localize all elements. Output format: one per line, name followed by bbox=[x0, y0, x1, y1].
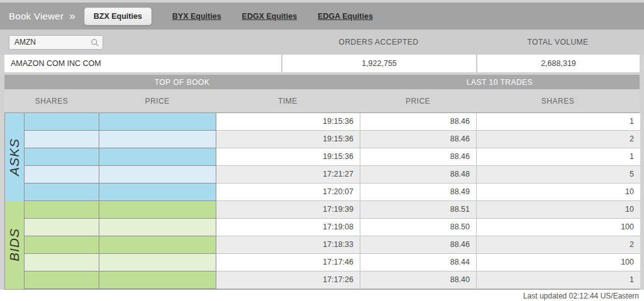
trade-time: 17:19:39 bbox=[216, 201, 360, 219]
trade-price: 88.48 bbox=[360, 166, 477, 183]
col-header-trade-price: PRICE bbox=[360, 89, 476, 112]
ask-shares-cell bbox=[25, 113, 99, 131]
asks-label-text: ASKS bbox=[7, 138, 22, 176]
trade-time: 17:18:33 bbox=[216, 236, 360, 254]
ask-shares-cell bbox=[25, 148, 99, 166]
trade-time: 17:17:26 bbox=[216, 271, 360, 289]
trade-time: 17:20:07 bbox=[216, 183, 360, 201]
top-of-book-header: TOP OF BOOK bbox=[4, 75, 360, 89]
trade-price: 88.46 bbox=[360, 131, 477, 148]
company-name: AMAZON COM INC COM bbox=[4, 59, 281, 68]
trade-price: 88.49 bbox=[360, 183, 477, 201]
app-title: Book Viewer bbox=[9, 11, 64, 21]
tab-edgx-equities[interactable]: EDGX Equities bbox=[242, 12, 297, 21]
trade-shares: 10 bbox=[477, 183, 640, 201]
col-header-book-shares: SHARES bbox=[4, 89, 99, 112]
trade-price: 88.46 bbox=[360, 236, 477, 254]
ask-shares-cell bbox=[25, 131, 99, 148]
bid-shares-cell bbox=[25, 236, 99, 254]
ask-price-cell bbox=[99, 131, 216, 148]
bid-price-cell bbox=[99, 254, 216, 271]
ask-price-cell bbox=[99, 183, 216, 201]
trade-time: 19:15:36 bbox=[216, 148, 360, 166]
trade-price: 88.46 bbox=[360, 148, 477, 166]
bid-shares-cell bbox=[25, 271, 99, 289]
search-icon[interactable] bbox=[91, 38, 99, 47]
trade-shares: 1 bbox=[477, 113, 640, 131]
trade-price: 88.40 bbox=[360, 271, 477, 289]
toolbar: ORDERS ACCEPTED TOTAL VOLUME bbox=[0, 30, 644, 55]
trade-time: 19:15:36 bbox=[216, 131, 360, 148]
trade-shares: 100 bbox=[477, 254, 640, 271]
trade-shares: 100 bbox=[477, 219, 640, 236]
bid-price-cell bbox=[99, 236, 216, 254]
symbol-search bbox=[9, 35, 103, 50]
trade-shares: 5 bbox=[477, 166, 640, 183]
trade-time: 19:15:36 bbox=[216, 113, 360, 131]
trade-shares: 1 bbox=[477, 271, 640, 289]
total-volume-value: 2,688,319 bbox=[476, 55, 640, 72]
column-header-row: SHARES PRICE TIME PRICE SHARES bbox=[4, 89, 640, 112]
col-header-trade-shares: SHARES bbox=[476, 89, 640, 112]
tab-byx-equities[interactable]: BYX Equities bbox=[172, 12, 221, 21]
bid-price-cell bbox=[99, 201, 216, 219]
orders-accepted-label: ORDERS ACCEPTED bbox=[281, 38, 476, 47]
section-header: TOP OF BOOK LAST 10 TRADES bbox=[4, 75, 640, 89]
bids-section-label: BIDS bbox=[5, 201, 25, 289]
trade-price: 88.44 bbox=[360, 254, 477, 271]
total-volume-label: TOTAL VOLUME bbox=[476, 38, 640, 47]
ask-shares-cell bbox=[25, 166, 99, 183]
ask-price-cell bbox=[99, 166, 216, 183]
trade-shares: 10 bbox=[477, 201, 640, 219]
last-updated-status: Last updated 02:12:44 US/Eastern bbox=[0, 290, 644, 301]
orders-accepted-value: 1,922,755 bbox=[281, 55, 476, 72]
chevron-right-icon: » bbox=[69, 11, 75, 21]
trade-price: 88.50 bbox=[360, 219, 477, 236]
col-header-trade-time: TIME bbox=[216, 89, 360, 112]
trade-time: 17:19:08 bbox=[216, 219, 360, 236]
exchange-tabs: BZX Equities BYX Equities EDGX Equities … bbox=[84, 8, 373, 25]
bid-price-cell bbox=[99, 271, 216, 289]
tab-edga-equities[interactable]: EDGA Equities bbox=[318, 12, 373, 21]
bid-shares-cell bbox=[25, 219, 99, 236]
trade-shares: 2 bbox=[477, 236, 640, 254]
col-header-book-price: PRICE bbox=[99, 89, 216, 112]
trade-shares: 2 bbox=[477, 131, 640, 148]
header-bar: Book Viewer » BZX Equities BYX Equities … bbox=[0, 3, 644, 30]
book-viewer-widget: Book Viewer » BZX Equities BYX Equities … bbox=[0, 0, 644, 290]
bids-label-text: BIDS bbox=[7, 228, 22, 261]
symbol-search-input[interactable] bbox=[9, 35, 103, 50]
bid-shares-cell bbox=[25, 254, 99, 271]
trade-time: 17:21:27 bbox=[216, 166, 360, 183]
ask-price-cell bbox=[99, 148, 216, 166]
book-table: ASKS 19:15:36 88.46 1 19:15:36 88.46 2 1… bbox=[4, 112, 640, 290]
tab-bzx-equities[interactable]: BZX Equities bbox=[84, 8, 152, 25]
summary-row: AMAZON COM INC COM 1,922,755 2,688,319 bbox=[4, 55, 640, 72]
trade-price: 88.46 bbox=[360, 113, 477, 131]
trade-price: 88.51 bbox=[360, 201, 477, 219]
ask-price-cell bbox=[99, 113, 216, 131]
trade-time: 17:17:46 bbox=[216, 254, 360, 271]
bid-price-cell bbox=[99, 219, 216, 236]
asks-section-label: ASKS bbox=[5, 113, 25, 201]
last-10-trades-header: LAST 10 TRADES bbox=[360, 75, 640, 89]
bid-shares-cell bbox=[25, 201, 99, 219]
trade-shares: 1 bbox=[477, 148, 640, 166]
ask-shares-cell bbox=[25, 183, 99, 201]
